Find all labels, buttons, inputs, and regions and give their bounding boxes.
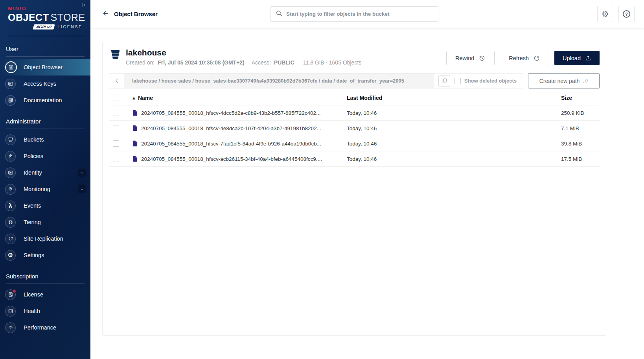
tiering-icon	[5, 217, 16, 228]
object-name[interactable]: 20240705_084555_00018_hfscv-4dcc5d2a-c8b…	[141, 110, 320, 116]
sidebar-item-monitoring[interactable]: Monitoring	[0, 181, 90, 197]
sidebar-item-label: License	[24, 291, 43, 298]
sidebar-item-settings[interactable]: ⚙Settings	[0, 247, 90, 263]
site-replication-icon	[5, 234, 16, 244]
show-deleted-toggle[interactable]: Show deleted objects	[454, 78, 523, 84]
created-label: Created on:	[126, 59, 155, 66]
rewind-icon	[478, 55, 486, 62]
app-logo: MINIO OBJECTSTORE AGPLv3 LICENSE	[0, 0, 90, 29]
sidebar-item-identity[interactable]: Identity	[0, 164, 90, 181]
alert-dot	[13, 289, 16, 293]
object-modified: Today, 10:46	[347, 110, 561, 116]
sidebar-item-label: Documentation	[24, 97, 62, 103]
gear-icon: ⚙	[602, 9, 609, 19]
path-back-button[interactable]	[109, 74, 124, 88]
access-label: Access:	[252, 59, 271, 66]
object-filter-searchbox	[270, 6, 438, 22]
sidebar-item-label: Settings	[24, 252, 44, 258]
nav-section: Subscription LicenseHealthPerformance	[0, 263, 90, 336]
section-label: Subscription	[0, 263, 90, 284]
sidebar: MINIO OBJECTSTORE AGPLv3 LICENSE User Ob…	[0, 0, 90, 359]
table-row[interactable]: 20240705_084555_00018_hfscv-4dcc5d2a-c8b…	[109, 105, 600, 121]
performance-icon	[5, 322, 16, 333]
topbar: Object Browser ⚙ ?	[90, 0, 644, 28]
settings-icon: ⚙	[5, 250, 16, 261]
license-label: LICENSE	[57, 25, 83, 29]
sidebar-item-object-browser[interactable]: Object Browser	[0, 59, 90, 75]
brand-name: MINIO	[8, 6, 83, 11]
object-modified: Today, 10:46	[347, 141, 561, 147]
sidebar-item-site-replication[interactable]: Site Replication	[0, 230, 90, 247]
table-header: ▲ Name Last Modified Size	[109, 91, 600, 105]
show-deleted-label: Show deleted objects	[464, 78, 517, 84]
copy-path-button[interactable]	[438, 75, 450, 87]
row-checkbox[interactable]	[113, 140, 119, 147]
show-deleted-checkbox[interactable]	[454, 78, 461, 84]
rewind-button[interactable]: Rewind	[446, 51, 495, 65]
table-row[interactable]: 20240705_084555_00018_hfscv-acb26115-34b…	[109, 151, 600, 167]
divider	[6, 284, 85, 284]
help-button[interactable]: ?	[618, 6, 635, 22]
sidebar-item-events[interactable]: λEvents	[0, 197, 90, 214]
bucket-usage: 11.8 GiB - 1605 Objects	[303, 59, 361, 66]
refresh-icon	[533, 55, 540, 62]
sidebar-item-label: Performance	[24, 324, 56, 331]
sidebar-nav: User Object BrowserAccess KeysDocumentat…	[0, 36, 90, 336]
sort-ascending-icon: ▲	[132, 96, 135, 100]
bucket-name: lakehouse	[126, 48, 361, 57]
row-checkbox[interactable]	[113, 125, 119, 131]
section-label: Administrator	[0, 109, 90, 129]
sidebar-item-label: Policies	[24, 153, 43, 159]
sidebar-item-documentation[interactable]: Documentation	[0, 92, 90, 109]
file-icon	[132, 110, 138, 116]
object-name[interactable]: 20240705_084555_00018_hfscv-acb26115-34b…	[141, 156, 322, 162]
monitoring-icon	[5, 184, 16, 195]
object-browser-icon	[5, 61, 17, 73]
search-icon	[276, 10, 282, 18]
row-checkbox[interactable]	[113, 156, 119, 162]
object-modified: Today, 10:46	[347, 125, 561, 131]
object-name[interactable]: 20240705_084555_00018_hfscv-7fad1cf5-84a…	[141, 141, 321, 147]
sidebar-item-label: Site Replication	[24, 236, 63, 242]
breadcrumb-bar: lakehouse / house-sales / house_sales-ba…	[109, 73, 523, 88]
sidebar-item-license[interactable]: License	[0, 286, 90, 303]
health-icon	[5, 306, 16, 317]
sidebar-item-label: Access Keys	[24, 81, 56, 87]
product-name-bold: OBJECT	[8, 12, 49, 23]
sidebar-item-health[interactable]: Health	[0, 303, 90, 319]
chevron-down-icon[interactable]	[78, 169, 86, 177]
upload-button[interactable]: Upload	[554, 51, 600, 65]
table-row[interactable]: 20240705_084555_00018_hfscv-4e8dca2c-107…	[109, 121, 600, 136]
file-icon	[132, 125, 138, 131]
sidebar-item-performance[interactable]: Performance	[0, 319, 90, 336]
agpl-badge: AGPLv3	[33, 24, 55, 29]
section-label: User	[0, 36, 90, 56]
refresh-button[interactable]: Refresh	[500, 51, 549, 65]
create-new-path-button[interactable]: Create new path ://	[528, 73, 600, 88]
settings-button[interactable]: ⚙	[597, 6, 613, 22]
sidebar-item-label: Events	[24, 203, 41, 209]
column-header-modified[interactable]: Last Modified	[347, 95, 561, 101]
row-checkbox[interactable]	[113, 110, 119, 116]
table-row[interactable]: 20240705_084555_00018_hfscv-7fad1cf5-84a…	[109, 136, 600, 151]
column-header-size[interactable]: Size	[561, 95, 600, 101]
sidebar-item-policies[interactable]: Policies	[0, 148, 90, 164]
sidebar-collapse-icon[interactable]	[81, 2, 87, 9]
sidebar-item-access-keys[interactable]: Access Keys	[0, 75, 90, 92]
breadcrumb[interactable]: lakehouse / house-sales / house_sales-ba…	[124, 74, 434, 88]
file-icon	[132, 140, 138, 147]
chevron-down-icon[interactable]	[78, 185, 86, 193]
object-name[interactable]: 20240705_084555_00018_hfscv-4e8dca2c-107…	[141, 125, 321, 131]
select-all-checkbox[interactable]	[113, 95, 119, 101]
sidebar-item-tiering[interactable]: Tiering	[0, 214, 90, 230]
object-table: ▲ Name Last Modified Size 20240705_08455…	[109, 91, 600, 167]
bucket-browser-card: lakehouse Created on: Fri, Jul 05 2024 1…	[102, 42, 606, 336]
sidebar-item-label: Tiering	[24, 219, 41, 225]
back-button[interactable]: Object Browser	[102, 10, 158, 18]
access-value: PUBLIC	[274, 59, 294, 66]
object-size: 17.5 MiB	[561, 156, 600, 162]
sidebar-item-buckets[interactable]: Buckets	[0, 131, 90, 148]
search-input[interactable]	[286, 11, 433, 17]
identity-icon	[5, 168, 16, 178]
column-header-name[interactable]: ▲ Name	[126, 95, 347, 101]
